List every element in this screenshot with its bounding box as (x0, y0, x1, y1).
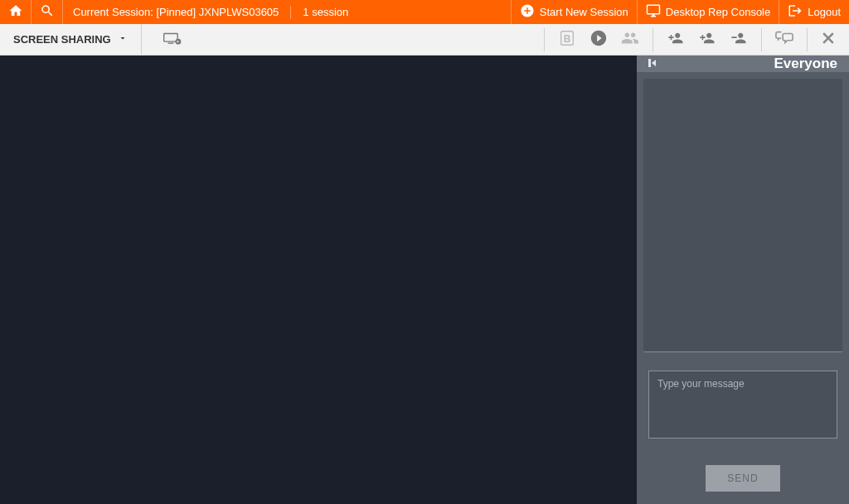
main-area: Everyone SEND (0, 56, 849, 504)
home-icon (8, 3, 23, 21)
divider (290, 6, 291, 19)
user-add-icon (667, 29, 685, 51)
add-user-2-button[interactable] (691, 24, 723, 56)
top-header: Current Session: [Pinned] JXNPLWS03605 1… (0, 0, 849, 24)
user-management-group (653, 24, 761, 56)
logout-label: Logout (808, 6, 841, 18)
desktop-icon (646, 3, 661, 21)
start-new-session-button[interactable]: Start New Session (511, 0, 637, 24)
svg-text:B: B (564, 32, 571, 44)
screen-share-action-button[interactable] (157, 24, 188, 56)
logout-icon (788, 3, 803, 21)
send-button[interactable]: SEND (706, 465, 779, 492)
chat-title: Everyone (774, 56, 837, 72)
play-circle-icon (589, 29, 608, 51)
add-user-button[interactable] (660, 24, 691, 56)
close-icon (820, 30, 837, 50)
monitor-play-icon (163, 29, 182, 51)
user-plus-icon (698, 29, 716, 51)
desktop-rep-console-label: Desktop Rep Console (666, 6, 770, 18)
mode-label: SCREEN SHARING (13, 33, 111, 46)
search-icon (40, 3, 55, 21)
chat-input-area (637, 359, 849, 452)
collapse-icon (648, 56, 658, 72)
play-circle-button[interactable] (583, 24, 614, 56)
secondary-toolbar: SCREEN SHARING B (0, 24, 849, 56)
collapse-chat-button[interactable] (648, 58, 660, 70)
chat-messages[interactable] (643, 79, 842, 352)
chat-input[interactable] (648, 371, 837, 439)
svg-rect-0 (163, 33, 177, 41)
participants-button[interactable] (614, 24, 646, 56)
remove-user-button[interactable] (723, 24, 754, 56)
chat-messages-container (637, 72, 849, 359)
chat-button[interactable] (769, 24, 800, 56)
close-session-button[interactable] (808, 24, 849, 56)
desktop-rep-console-button[interactable]: Desktop Rep Console (637, 0, 779, 24)
bold-button[interactable]: B (551, 24, 583, 56)
start-new-session-label: Start New Session (540, 6, 628, 18)
session-count: 1 session (303, 6, 348, 18)
search-button[interactable] (32, 0, 63, 24)
chat-icon (775, 29, 793, 51)
plus-circle-icon (520, 3, 535, 21)
session-info: Current Session: [Pinned] JXNPLWS03605 1… (63, 6, 358, 19)
users-icon (621, 29, 639, 51)
home-button[interactable] (0, 0, 32, 24)
bold-icon: B (558, 29, 576, 51)
chat-group (762, 24, 807, 56)
chat-sidebar: Everyone SEND (637, 56, 849, 504)
logout-button[interactable]: Logout (779, 0, 849, 24)
mode-dropdown[interactable]: SCREEN SHARING (0, 24, 142, 55)
chat-send-row: SEND (637, 452, 849, 504)
session-tools-group: B (545, 24, 653, 56)
chevron-down-icon (118, 33, 128, 46)
svg-rect-7 (648, 59, 651, 67)
chat-header: Everyone (637, 56, 849, 72)
user-minus-icon (730, 29, 748, 51)
current-session-label: Current Session: [Pinned] JXNPLWS03605 (73, 6, 279, 18)
screen-share-view (0, 56, 637, 504)
